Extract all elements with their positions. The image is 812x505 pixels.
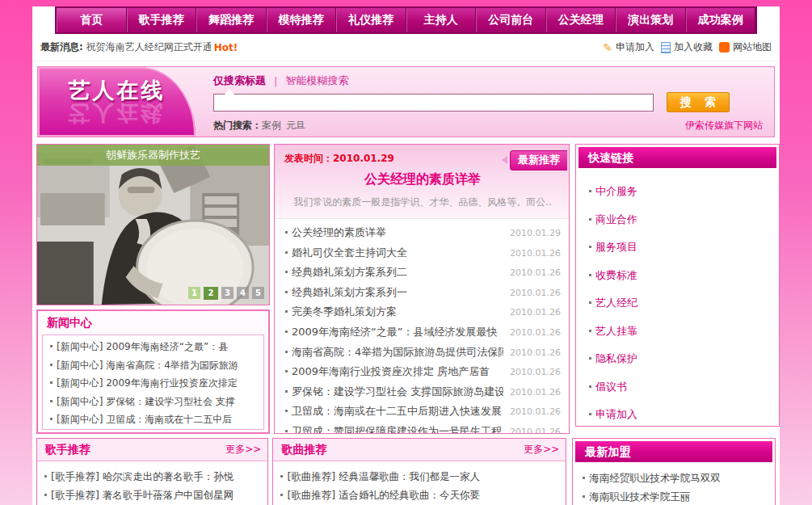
article-date: 2010.01.29 bbox=[510, 224, 561, 243]
quick-link-service-items[interactable]: 服务项目 bbox=[588, 234, 776, 262]
add-favorite-link[interactable]: 加入收藏 bbox=[661, 40, 713, 54]
featured-title[interactable]: 公关经理的素质详举 bbox=[284, 171, 561, 188]
nav-item-dance[interactable]: 舞蹈推荐 bbox=[196, 8, 267, 32]
article-title[interactable]: 海南省高院：4举措为国际旅游岛提供司法保障 bbox=[284, 343, 503, 362]
news-item[interactable]: [新闻中心] 2009年海南经济“之最”：县 bbox=[49, 338, 257, 356]
nav-item-success-cases[interactable]: 成功案例 bbox=[686, 8, 756, 32]
singer-item[interactable]: [歌手推荐] 哈尔滨走出的著名歌手：孙悦 bbox=[44, 467, 261, 486]
pager-1[interactable]: 1 bbox=[188, 287, 200, 299]
quick-link-privacy[interactable]: 隐私保护 bbox=[588, 345, 776, 373]
article-row[interactable]: 婚礼司仪全套主持词大全 2010.01.26 bbox=[284, 243, 561, 263]
quick-link-fee-standard[interactable]: 收费标准 bbox=[588, 262, 776, 290]
article-title[interactable]: 经典婚礼策划方案系列一 bbox=[284, 283, 503, 302]
song-item[interactable]: [歌曲推荐] 适合婚礼的经典歌曲：今天你要 bbox=[280, 486, 559, 504]
nav-item-hosts[interactable]: 主持人 bbox=[406, 8, 477, 32]
article-row[interactable]: 卫留成：海南或在十二五中后期进入快速发展 2010.01.26 bbox=[284, 402, 561, 422]
hot-term-case[interactable]: 案例 bbox=[262, 119, 281, 133]
quick-link-proposal[interactable]: 倡议书 bbox=[588, 373, 776, 402]
article-title[interactable]: 卫留成：海南或在十二五中后期进入快速发展 bbox=[284, 402, 503, 421]
song-box-header: 歌曲推荐 更多>> bbox=[273, 439, 566, 461]
sitemap-link[interactable]: 网站地图 bbox=[719, 40, 772, 54]
quick-link-artist-agency[interactable]: 艺人经纪 bbox=[588, 289, 776, 318]
search-input[interactable] bbox=[213, 94, 654, 112]
article-list: 公关经理的素质详举 2010.01.29 婚礼司仪全套主持词大全 2010.01… bbox=[275, 219, 569, 434]
news-center-box: 新闻中心 [新闻中心] 2009年海南经济“之最”：县 [新闻中心] 海南省高院… bbox=[36, 309, 270, 434]
article-date: 2010.01.26 bbox=[510, 343, 561, 363]
singer-more-link[interactable]: 更多>> bbox=[225, 443, 261, 457]
article-date: 2010.01.26 bbox=[510, 284, 561, 303]
news-ticker-text[interactable]: 祝贺海南艺人经纪网正式开通 bbox=[86, 40, 212, 54]
article-row[interactable]: 经典婚礼策划方案系列一 2010.01.26 bbox=[284, 283, 561, 303]
quick-link-agency-service[interactable]: 中介服务 bbox=[588, 178, 776, 206]
tab-search-title-only[interactable]: 仅搜索标题 bbox=[213, 74, 266, 88]
nav-item-pr-manager[interactable]: 公关经理 bbox=[546, 8, 616, 32]
article-title[interactable]: 2009年海南行业投资座次排定 房地产居首 bbox=[284, 362, 503, 381]
pager-3[interactable]: 3 bbox=[221, 287, 234, 299]
quick-links-title: 快速链接 bbox=[578, 147, 776, 168]
news-center-list: [新闻中心] 2009年海南经济“之最”：县 [新闻中心] 海南省高院：4举措为… bbox=[42, 335, 264, 430]
article-title[interactable]: 经典婚礼策划方案系列二 bbox=[284, 263, 503, 282]
singer-item[interactable]: [歌手推荐] 著名歌手叶蓓落户中国创星网 bbox=[44, 486, 261, 504]
hot-term-newyear[interactable]: 元旦 bbox=[286, 119, 305, 133]
article-date: 2010.01.26 bbox=[510, 423, 561, 434]
newest-member-item[interactable]: 海南经贸职业技术学院马双双 bbox=[582, 469, 768, 487]
logo-text: 艺人在线 bbox=[69, 79, 166, 101]
add-favorite-label: 加入收藏 bbox=[674, 40, 713, 54]
article-row[interactable]: 卫留成：赞同把保障房建设作为一号民生工程 2010.01.26 bbox=[284, 422, 561, 434]
pager-2-active[interactable]: 2 bbox=[204, 287, 218, 300]
article-title[interactable]: 罗保铭：建设学习型社会 支撑国际旅游岛建设 bbox=[284, 382, 503, 402]
search-tabs: 仅搜索标题 | 智能模糊搜索 bbox=[213, 73, 763, 89]
song-item[interactable]: [歌曲推荐] 经典温馨歌曲：我们都是一家人 bbox=[280, 467, 559, 486]
slideshow-caption: 朝鲜族乐器制作技艺 bbox=[37, 145, 269, 166]
nav-item-singers[interactable]: 歌手推荐 bbox=[127, 8, 197, 32]
newsbar-links: ✎ 申请加入 加入收藏 网站地图 bbox=[603, 40, 772, 54]
left-column: 朝鲜族乐器制作技艺 1 2 3 4 5 新闻中心 [新闻中心] 2009年海南经… bbox=[36, 144, 270, 434]
article-title[interactable]: 完美冬季婚礼策划方案 bbox=[284, 302, 503, 322]
pager-5[interactable]: 5 bbox=[252, 287, 264, 299]
tab-fuzzy-search[interactable]: 智能模糊搜索 bbox=[285, 74, 348, 88]
article-title[interactable]: 公关经理的素质详举 bbox=[284, 223, 503, 242]
newest-member-item[interactable]: 海南职业技术学院王丽 bbox=[582, 487, 768, 505]
article-row[interactable]: 完美冬季婚礼策划方案 2010.01.26 bbox=[284, 302, 561, 322]
page-container: 首页 歌手推荐 舞蹈推荐 模特推荐 礼仪推荐 主持人 公司前台 公关经理 演出策… bbox=[32, 6, 780, 505]
quick-link-artist-affiliate[interactable]: 艺人挂靠 bbox=[588, 318, 776, 346]
nav-item-event-planning[interactable]: 演出策划 bbox=[616, 8, 686, 32]
search-button[interactable]: 搜 索 bbox=[667, 92, 730, 112]
slideshow-photo bbox=[37, 145, 269, 305]
hot-search-label: 热门搜索： bbox=[213, 119, 262, 133]
rss-icon bbox=[719, 42, 730, 53]
quick-link-apply-join[interactable]: 申请加入 bbox=[588, 401, 776, 429]
news-item[interactable]: [新闻中心] 海南省高院：4举措为国际旅游 bbox=[49, 356, 257, 375]
tab-separator: | bbox=[274, 75, 277, 87]
nav-item-front-desk[interactable]: 公司前台 bbox=[476, 8, 546, 32]
article-row[interactable]: 公关经理的素质详举 2010.01.29 bbox=[284, 223, 561, 243]
news-item[interactable]: [新闻中心] 2009年海南行业投资座次排定 bbox=[49, 374, 257, 393]
article-row[interactable]: 2009年海南行业投资座次排定 房地产居首 2010.01.26 bbox=[284, 362, 561, 382]
pencil-icon: ✎ bbox=[603, 41, 612, 54]
photo-slideshow[interactable]: 朝鲜族乐器制作技艺 1 2 3 4 5 bbox=[36, 144, 270, 305]
news-ticker-bar: 最新消息: 祝贺海南艺人经纪网正式开通 Hot! ✎ 申请加入 加入收藏 网站地… bbox=[32, 34, 780, 61]
singer-box-title: 歌手推荐 bbox=[45, 443, 90, 457]
news-item[interactable]: [新闻中心] 卫留成：海南或在十二五中后 bbox=[49, 410, 257, 429]
site-logo[interactable]: 艺人在线 艺人在线 bbox=[38, 67, 196, 137]
article-title[interactable]: 卫留成：赞同把保障房建设作为一号民生工程 bbox=[284, 422, 503, 434]
article-title[interactable]: 2009年海南经济“之最”：县域经济发展最快 bbox=[284, 322, 503, 342]
nav-item-etiquette[interactable]: 礼仪推荐 bbox=[336, 8, 406, 32]
nav-item-home[interactable]: 首页 bbox=[57, 8, 127, 32]
article-row[interactable]: 经典婚礼策划方案系列二 2010.01.26 bbox=[284, 263, 561, 283]
singer-recommend-box: 歌手推荐 更多>> [歌手推荐] 哈尔滨走出的著名歌手：孙悦 [歌手推荐] 著名… bbox=[36, 438, 268, 505]
apply-join-link[interactable]: ✎ 申请加入 bbox=[603, 40, 654, 54]
article-date: 2010.01.26 bbox=[510, 263, 561, 283]
article-row[interactable]: 2009年海南经济“之最”：县域经济发展最快 2010.01.26 bbox=[284, 322, 561, 343]
song-more-link[interactable]: 更多>> bbox=[524, 443, 559, 457]
nav-item-models[interactable]: 模特推荐 bbox=[267, 8, 337, 32]
featured-header: 发表时间：2010.01.29 最新推荐 公关经理的素质详举 我们常说的素质一般… bbox=[275, 145, 569, 219]
article-title[interactable]: 婚礼司仪全套主持词大全 bbox=[284, 243, 503, 263]
news-item[interactable]: [新闻中心] 罗保铭：建设学习型社会 支撑 bbox=[49, 393, 257, 411]
logo-reflection: 艺人在线 bbox=[69, 103, 166, 124]
quick-link-business-coop[interactable]: 商业合作 bbox=[588, 206, 776, 234]
latest-recommend-badge[interactable]: 最新推荐 bbox=[510, 150, 567, 170]
article-row[interactable]: 罗保铭：建设学习型社会 支撑国际旅游岛建设 2010.01.26 bbox=[284, 382, 561, 402]
article-row[interactable]: 海南省高院：4举措为国际旅游岛提供司法保障 2010.01.26 bbox=[284, 343, 561, 363]
pager-4[interactable]: 4 bbox=[237, 287, 249, 299]
